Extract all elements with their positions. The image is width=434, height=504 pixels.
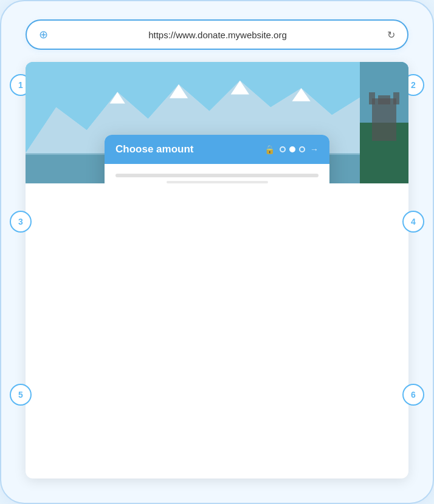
progress-bar (115, 174, 319, 177)
step-dot-2 (289, 146, 295, 152)
card-title: Choose amount (115, 143, 193, 155)
browser-window: Choose amount 🔒 → (26, 62, 408, 478)
lock-icon: 🔒 (264, 145, 275, 154)
step-dot-3 (299, 146, 305, 152)
address-bar[interactable]: ⊕ https://www.donate.mywebsite.org ↻ (26, 19, 408, 50)
castle-thumbnail (360, 62, 408, 183)
svg-rect-12 (372, 98, 396, 141)
step-dot-1 (280, 146, 286, 152)
badge-3: 3 (10, 211, 32, 233)
step-dots (280, 146, 305, 152)
badge-6: 6 (402, 384, 424, 406)
badge-4: 4 (402, 211, 424, 233)
hero-image: Choose amount 🔒 → (26, 62, 408, 183)
donation-card: Choose amount 🔒 → (105, 135, 329, 183)
card-body: One time ♥ Monthly $25 $50 $75 $100 $250 (105, 164, 329, 183)
add-tab-icon: ⊕ (39, 28, 48, 41)
svg-rect-15 (378, 95, 390, 104)
progress-bar-sub (167, 181, 268, 183)
url-text: https://www.donate.mywebsite.org (55, 30, 380, 40)
arrow-right-icon: → (310, 145, 319, 154)
device-frame: 1 2 3 4 5 6 ⊕ https://www.donate.mywebsi… (0, 0, 434, 504)
svg-rect-14 (393, 92, 399, 104)
card-header: Choose amount 🔒 → (105, 135, 329, 164)
header-icons: 🔒 → (264, 145, 319, 154)
refresh-icon[interactable]: ↻ (387, 29, 395, 41)
svg-rect-13 (369, 92, 375, 104)
badge-5: 5 (10, 384, 32, 406)
